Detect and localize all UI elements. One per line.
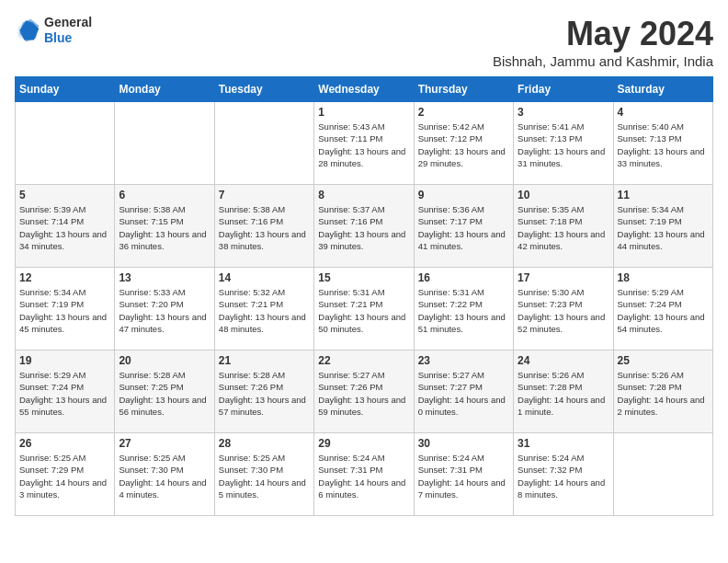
table-row: 8Sunrise: 5:37 AM Sunset: 7:16 PM Daylig… xyxy=(314,185,414,268)
day-info: Sunrise: 5:25 AM Sunset: 7:29 PM Dayligh… xyxy=(19,452,110,500)
day-number: 18 xyxy=(618,271,709,284)
day-info: Sunrise: 5:29 AM Sunset: 7:24 PM Dayligh… xyxy=(618,286,709,335)
logo: General Blue xyxy=(15,15,92,46)
logo-text: General Blue xyxy=(44,15,92,46)
location-title: Bishnah, Jammu and Kashmir, India xyxy=(493,53,713,69)
calendar-header-row: Sunday Monday Tuesday Wednesday Thursday… xyxy=(16,77,713,102)
day-info: Sunrise: 5:40 AM Sunset: 7:13 PM Dayligh… xyxy=(618,121,709,169)
table-row: 13Sunrise: 5:33 AM Sunset: 7:20 PM Dayli… xyxy=(115,268,214,350)
day-number: 19 xyxy=(19,354,110,367)
day-number: 5 xyxy=(19,189,110,201)
table-row: 27Sunrise: 5:25 AM Sunset: 7:30 PM Dayli… xyxy=(115,433,214,516)
day-info: Sunrise: 5:26 AM Sunset: 7:28 PM Dayligh… xyxy=(518,369,609,418)
day-number: 24 xyxy=(518,354,609,367)
table-row: 5Sunrise: 5:39 AM Sunset: 7:14 PM Daylig… xyxy=(16,185,115,268)
table-row: 20Sunrise: 5:28 AM Sunset: 7:25 PM Dayli… xyxy=(115,350,214,433)
day-number: 13 xyxy=(119,271,210,284)
col-sunday: Sunday xyxy=(16,77,115,102)
table-row: 25Sunrise: 5:26 AM Sunset: 7:28 PM Dayli… xyxy=(613,350,712,433)
table-row xyxy=(613,433,712,516)
table-row: 22Sunrise: 5:27 AM Sunset: 7:26 PM Dayli… xyxy=(314,350,414,433)
calendar-week-row: 5Sunrise: 5:39 AM Sunset: 7:14 PM Daylig… xyxy=(16,185,713,268)
day-number: 9 xyxy=(418,189,509,201)
day-info: Sunrise: 5:25 AM Sunset: 7:30 PM Dayligh… xyxy=(219,452,310,500)
table-row: 15Sunrise: 5:31 AM Sunset: 7:21 PM Dayli… xyxy=(314,268,414,350)
day-number: 25 xyxy=(618,354,709,367)
table-row: 4Sunrise: 5:40 AM Sunset: 7:13 PM Daylig… xyxy=(613,102,712,185)
table-row: 26Sunrise: 5:25 AM Sunset: 7:29 PM Dayli… xyxy=(16,433,115,516)
day-number: 6 xyxy=(119,189,210,201)
table-row: 28Sunrise: 5:25 AM Sunset: 7:30 PM Dayli… xyxy=(214,433,313,516)
logo-general-label: General xyxy=(44,15,92,30)
day-number: 8 xyxy=(318,189,409,201)
calendar-table: Sunday Monday Tuesday Wednesday Thursday… xyxy=(15,76,713,516)
day-number: 12 xyxy=(19,271,110,284)
day-info: Sunrise: 5:27 AM Sunset: 7:27 PM Dayligh… xyxy=(418,369,509,418)
col-friday: Friday xyxy=(514,77,613,102)
day-info: Sunrise: 5:36 AM Sunset: 7:17 PM Dayligh… xyxy=(418,203,509,252)
table-row: 14Sunrise: 5:32 AM Sunset: 7:21 PM Dayli… xyxy=(214,268,313,350)
day-info: Sunrise: 5:38 AM Sunset: 7:15 PM Dayligh… xyxy=(119,203,210,252)
table-row: 12Sunrise: 5:34 AM Sunset: 7:19 PM Dayli… xyxy=(16,268,115,350)
day-number: 27 xyxy=(119,437,210,450)
day-number: 7 xyxy=(219,189,310,201)
table-row: 16Sunrise: 5:31 AM Sunset: 7:22 PM Dayli… xyxy=(414,268,513,350)
day-info: Sunrise: 5:37 AM Sunset: 7:16 PM Dayligh… xyxy=(318,203,409,252)
day-info: Sunrise: 5:38 AM Sunset: 7:16 PM Dayligh… xyxy=(219,203,310,252)
day-info: Sunrise: 5:42 AM Sunset: 7:12 PM Dayligh… xyxy=(418,121,509,169)
day-number: 26 xyxy=(19,437,110,450)
calendar-week-row: 19Sunrise: 5:29 AM Sunset: 7:24 PM Dayli… xyxy=(16,350,713,433)
calendar-week-row: 1Sunrise: 5:43 AM Sunset: 7:11 PM Daylig… xyxy=(16,102,713,185)
table-row: 17Sunrise: 5:30 AM Sunset: 7:23 PM Dayli… xyxy=(514,268,613,350)
day-info: Sunrise: 5:34 AM Sunset: 7:19 PM Dayligh… xyxy=(19,286,110,335)
day-number: 2 xyxy=(418,106,509,119)
logo-blue-label: Blue xyxy=(44,30,92,46)
table-row: 10Sunrise: 5:35 AM Sunset: 7:18 PM Dayli… xyxy=(514,185,613,268)
day-info: Sunrise: 5:26 AM Sunset: 7:28 PM Dayligh… xyxy=(618,369,709,418)
logo-icon xyxy=(15,17,40,43)
day-info: Sunrise: 5:33 AM Sunset: 7:20 PM Dayligh… xyxy=(119,286,210,335)
col-tuesday: Tuesday xyxy=(214,77,313,102)
day-number: 11 xyxy=(618,189,709,201)
day-info: Sunrise: 5:39 AM Sunset: 7:14 PM Dayligh… xyxy=(19,203,110,252)
day-number: 28 xyxy=(219,437,310,450)
day-number: 29 xyxy=(318,437,409,450)
day-info: Sunrise: 5:27 AM Sunset: 7:26 PM Dayligh… xyxy=(318,369,409,418)
day-info: Sunrise: 5:35 AM Sunset: 7:18 PM Dayligh… xyxy=(518,203,609,252)
day-info: Sunrise: 5:24 AM Sunset: 7:31 PM Dayligh… xyxy=(318,452,409,500)
day-number: 16 xyxy=(418,271,509,284)
day-number: 17 xyxy=(518,271,609,284)
table-row: 24Sunrise: 5:26 AM Sunset: 7:28 PM Dayli… xyxy=(514,350,613,433)
table-row: 9Sunrise: 5:36 AM Sunset: 7:17 PM Daylig… xyxy=(414,185,513,268)
day-number: 10 xyxy=(518,189,609,201)
table-row: 23Sunrise: 5:27 AM Sunset: 7:27 PM Dayli… xyxy=(414,350,513,433)
day-info: Sunrise: 5:24 AM Sunset: 7:32 PM Dayligh… xyxy=(518,452,609,500)
day-info: Sunrise: 5:25 AM Sunset: 7:30 PM Dayligh… xyxy=(119,452,210,500)
day-number: 23 xyxy=(418,354,509,367)
month-title: May 2024 xyxy=(493,15,713,53)
table-row: 18Sunrise: 5:29 AM Sunset: 7:24 PM Dayli… xyxy=(613,268,712,350)
day-info: Sunrise: 5:43 AM Sunset: 7:11 PM Dayligh… xyxy=(318,121,409,169)
day-info: Sunrise: 5:28 AM Sunset: 7:26 PM Dayligh… xyxy=(219,369,310,418)
day-info: Sunrise: 5:24 AM Sunset: 7:31 PM Dayligh… xyxy=(418,452,509,500)
table-row: 1Sunrise: 5:43 AM Sunset: 7:11 PM Daylig… xyxy=(314,102,414,185)
table-row: 2Sunrise: 5:42 AM Sunset: 7:12 PM Daylig… xyxy=(414,102,513,185)
col-thursday: Thursday xyxy=(414,77,513,102)
table-row xyxy=(16,102,115,185)
page-header: General Blue May 2024 Bishnah, Jammu and… xyxy=(15,15,713,69)
table-row xyxy=(115,102,214,185)
table-row: 31Sunrise: 5:24 AM Sunset: 7:32 PM Dayli… xyxy=(514,433,613,516)
day-number: 4 xyxy=(618,106,709,119)
table-row: 29Sunrise: 5:24 AM Sunset: 7:31 PM Dayli… xyxy=(314,433,414,516)
day-info: Sunrise: 5:31 AM Sunset: 7:22 PM Dayligh… xyxy=(418,286,509,335)
col-monday: Monday xyxy=(115,77,214,102)
day-number: 1 xyxy=(318,106,409,119)
title-block: May 2024 Bishnah, Jammu and Kashmir, Ind… xyxy=(493,15,713,69)
table-row: 19Sunrise: 5:29 AM Sunset: 7:24 PM Dayli… xyxy=(16,350,115,433)
table-row: 6Sunrise: 5:38 AM Sunset: 7:15 PM Daylig… xyxy=(115,185,214,268)
day-info: Sunrise: 5:41 AM Sunset: 7:13 PM Dayligh… xyxy=(518,121,609,169)
day-info: Sunrise: 5:28 AM Sunset: 7:25 PM Dayligh… xyxy=(119,369,210,418)
day-number: 20 xyxy=(119,354,210,367)
col-wednesday: Wednesday xyxy=(314,77,414,102)
col-saturday: Saturday xyxy=(613,77,712,102)
